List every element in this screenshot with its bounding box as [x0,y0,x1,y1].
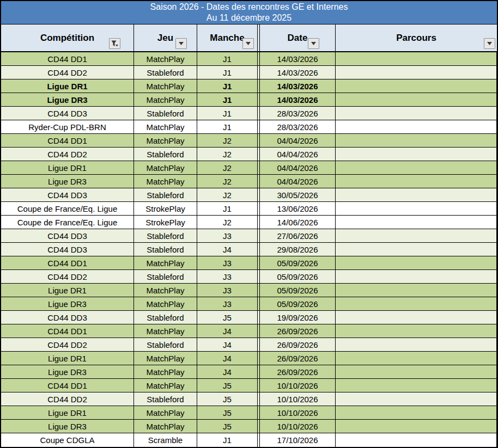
cell-manche[interactable]: J2 [197,188,258,201]
cell-competition[interactable]: CD44 DD1 [1,379,134,392]
cell-jeu[interactable]: MatchPlay [134,161,197,174]
cell-competition[interactable]: CD44 DD3 [1,243,134,256]
cell-competition[interactable]: CD44 DD1 [1,256,134,269]
cell-date[interactable]: 28/03/2026 [260,107,336,120]
cell-competition[interactable]: CD44 DD2 [1,66,134,79]
cell-competition[interactable]: CD44 DD1 [1,324,134,337]
cell-competition[interactable]: CD44 DD2 [1,148,134,161]
cell-jeu[interactable]: Stableford [134,338,197,351]
cell-parcours[interactable] [336,188,497,201]
cell-jeu[interactable]: MatchPlay [134,175,197,188]
cell-date[interactable]: 13/06/2026 [260,202,336,215]
cell-jeu[interactable]: MatchPlay [134,406,197,419]
cell-jeu[interactable]: StrokePlay [134,216,197,229]
cell-manche[interactable]: J2 [197,216,258,229]
cell-date[interactable]: 19/09/2026 [260,311,336,324]
cell-manche[interactable]: J5 [197,406,258,419]
cell-parcours[interactable] [336,148,497,161]
manche-filter-button[interactable] [242,38,254,49]
cell-date[interactable]: 05/09/2026 [260,297,336,310]
cell-manche[interactable]: J1 [197,93,258,106]
cell-date[interactable]: 28/03/2026 [260,120,336,133]
cell-date[interactable]: 30/05/2026 [260,188,336,201]
cell-manche[interactable]: J3 [197,256,258,269]
cell-jeu[interactable]: Stableford [134,148,197,161]
cell-parcours[interactable] [336,352,497,365]
cell-manche[interactable]: J5 [197,420,258,433]
cell-competition[interactable]: CD44 DD2 [1,270,134,283]
cell-manche[interactable]: J1 [197,107,258,120]
cell-manche[interactable]: J3 [197,270,258,283]
cell-jeu[interactable]: StrokePlay [134,202,197,215]
cell-parcours[interactable] [336,284,497,297]
cell-parcours[interactable] [336,338,497,351]
cell-jeu[interactable]: MatchPlay [134,79,197,93]
cell-jeu[interactable]: MatchPlay [134,365,197,378]
cell-date[interactable]: 14/03/2026 [260,52,336,65]
cell-competition[interactable]: CD44 DD2 [1,338,134,351]
cell-parcours[interactable] [336,93,497,106]
cell-jeu[interactable]: MatchPlay [134,284,197,297]
cell-date[interactable]: 10/10/2026 [260,420,336,433]
cell-date[interactable]: 10/10/2026 [260,392,336,406]
cell-jeu[interactable]: MatchPlay [134,352,197,365]
cell-date[interactable]: 04/04/2026 [260,161,336,174]
cell-parcours[interactable] [336,107,497,120]
cell-date[interactable]: 29/08/2026 [260,243,336,256]
cell-date[interactable]: 10/10/2026 [260,379,336,392]
cell-jeu[interactable]: Stableford [134,243,197,256]
cell-parcours[interactable] [336,243,497,256]
cell-manche[interactable]: J3 [197,284,258,297]
cell-competition[interactable]: Ligue DR1 [1,352,134,365]
cell-jeu[interactable]: Stableford [134,311,197,324]
cell-date[interactable]: 10/10/2026 [260,406,336,419]
cell-manche[interactable]: J2 [197,148,258,161]
parcours-filter-button[interactable] [484,38,495,49]
cell-manche[interactable]: J2 [197,134,258,147]
cell-parcours[interactable] [336,229,497,242]
cell-manche[interactable]: J5 [197,311,258,324]
cell-parcours[interactable] [336,202,497,215]
cell-date[interactable]: 04/04/2026 [260,175,336,188]
cell-date[interactable]: 14/03/2026 [260,66,336,79]
cell-manche[interactable]: J4 [197,365,258,378]
cell-parcours[interactable] [336,134,497,147]
cell-competition[interactable]: CD44 DD2 [1,392,134,406]
cell-parcours[interactable] [336,216,497,229]
cell-manche[interactable]: J5 [197,379,258,392]
cell-jeu[interactable]: Stableford [134,270,197,283]
cell-competition[interactable]: CD44 DD1 [1,52,134,65]
cell-jeu[interactable]: Stableford [134,229,197,242]
cell-jeu[interactable]: Stableford [134,392,197,406]
cell-competition[interactable]: CD44 DD3 [1,311,134,324]
cell-competition[interactable]: Ligue DR3 [1,175,134,188]
cell-manche[interactable]: J2 [197,161,258,174]
cell-parcours[interactable] [336,120,497,133]
cell-date[interactable]: 05/09/2026 [260,284,336,297]
competition-filter-button[interactable] [109,38,120,49]
cell-date[interactable]: 05/09/2026 [260,270,336,283]
cell-competition[interactable]: Coupe de France/Eq. Ligue [1,202,134,215]
cell-manche[interactable]: J1 [197,202,258,215]
cell-parcours[interactable] [336,175,497,188]
cell-competition[interactable]: Ligue DR1 [1,79,134,93]
cell-date[interactable]: 14/06/2026 [260,216,336,229]
cell-competition[interactable]: Coupe CDGLA [1,433,134,447]
cell-jeu[interactable]: MatchPlay [134,297,197,310]
cell-date[interactable]: 14/03/2026 [260,93,336,106]
cell-competition[interactable]: CD44 DD1 [1,134,134,147]
cell-competition[interactable]: CD44 DD3 [1,107,134,120]
cell-manche[interactable]: J1 [197,120,258,133]
cell-jeu[interactable]: MatchPlay [134,256,197,269]
cell-competition[interactable]: Ligue DR3 [1,420,134,433]
cell-manche[interactable]: J1 [197,79,258,93]
cell-competition[interactable]: CD44 DD3 [1,188,134,201]
cell-parcours[interactable] [336,311,497,324]
cell-date[interactable]: 04/04/2026 [260,148,336,161]
cell-parcours[interactable] [336,420,497,433]
cell-parcours[interactable] [336,256,497,269]
cell-jeu[interactable]: MatchPlay [134,324,197,337]
cell-parcours[interactable] [336,392,497,406]
cell-competition[interactable]: CD44 DD3 [1,229,134,242]
cell-parcours[interactable] [336,66,497,79]
